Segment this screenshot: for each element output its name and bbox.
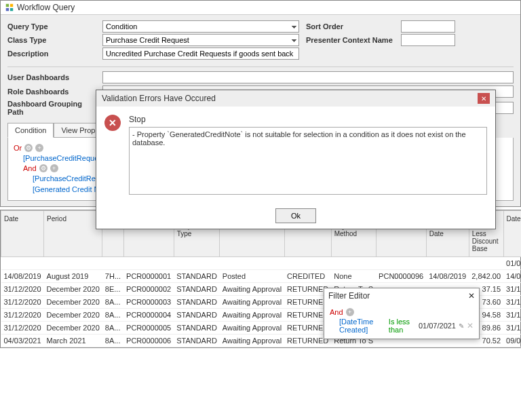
plus-icon[interactable]: + — [346, 308, 354, 316]
cell: December 2020 — [44, 296, 102, 309]
cell: 7H... — [102, 270, 123, 283]
tab-condition[interactable]: Condition — [7, 123, 54, 138]
filter-and[interactable]: And — [330, 308, 343, 316]
cell: 8A... — [102, 335, 123, 347]
cell: 31/12/2020 — [1, 283, 44, 296]
cond-and[interactable]: And — [23, 164, 37, 172]
cell: December 2020 — [44, 283, 102, 296]
cell: STANDARD — [174, 335, 220, 347]
sort-order-label: Sort Order — [306, 22, 394, 31]
cell: PCN0000096 — [376, 270, 426, 283]
cell: 31/12/2020 — [1, 322, 44, 335]
cell: August 2019 — [44, 270, 102, 283]
cell: STANDARD — [174, 296, 220, 309]
cell: PCR0000001 — [123, 270, 174, 283]
modal-title: Validation Errors Have Occured — [102, 94, 216, 103]
cell: 31/12/2020 — [1, 309, 44, 322]
delete-icon[interactable]: ✕ — [467, 321, 474, 330]
cell: 14/08/2019 — [1, 270, 44, 283]
cell: December 2020 — [44, 309, 102, 322]
filter-editor-popup: Filter Editor ✕ And + [DateTime Created]… — [324, 288, 480, 339]
plus-icon[interactable]: + — [35, 144, 43, 152]
cell: PCR0000003 — [123, 296, 174, 309]
sort-order-input[interactable] — [401, 20, 455, 33]
svg-rect-3 — [10, 8, 13, 11]
gear-icon[interactable]: ⚙ — [39, 164, 47, 172]
col-period[interactable]: Period — [44, 211, 102, 257]
cell: Awaiting Approval — [220, 283, 284, 296]
cell: PCR0000005 — [123, 322, 174, 335]
svg-rect-0 — [6, 4, 9, 7]
cell: March 2021 — [44, 335, 102, 347]
cell: PCR0000004 — [123, 309, 174, 322]
cell: 31/12/2020 17:23:48 — [503, 283, 521, 296]
cell: 8A... — [102, 322, 123, 335]
query-type-label: Query Type — [7, 22, 96, 31]
window-title: Workflow Query — [17, 3, 75, 12]
error-icon: ✕ — [104, 115, 121, 131]
filter-datetime-created[interactable]: 01/07/2021 — [503, 257, 521, 270]
query-type-select[interactable]: Condition — [102, 20, 299, 33]
table-row[interactable]: 14/08/2019August 20197H...PCR0000001STAN… — [1, 270, 522, 283]
titlebar: Workflow Query — [1, 1, 520, 15]
pencil-icon[interactable]: ✎ — [459, 322, 464, 330]
user-dash-input[interactable] — [102, 71, 514, 83]
user-dash-label: User Dashboards — [7, 73, 96, 81]
filter-val[interactable]: 01/07/2021 — [419, 322, 456, 330]
modal-message: - Property `GeneratedCreditNote` is not … — [129, 127, 487, 195]
col-datetime-created[interactable]: Date Time Created — [503, 211, 521, 257]
description-input[interactable] — [102, 47, 299, 60]
description-label: Description — [7, 50, 96, 58]
validation-errors-dialog: Validation Errors Have Occured ✕ ✕ Stop … — [96, 90, 496, 229]
cell: STANDARD — [174, 283, 220, 296]
cell: Awaiting Approval — [220, 335, 284, 347]
cell: 14/08/2019 — [426, 270, 469, 283]
cell: 31/12/2020 — [1, 296, 44, 309]
svg-rect-1 — [10, 4, 13, 7]
presenter-label: Presenter Context Name — [306, 36, 394, 44]
cell: STANDARD — [174, 309, 220, 322]
class-type-select[interactable]: Purchase Credit Request — [102, 34, 299, 46]
cell: CREDITED — [284, 270, 331, 283]
cell: None — [331, 270, 376, 283]
cond-or[interactable]: Or — [14, 144, 22, 152]
cell: 2,842.00 — [469, 270, 503, 283]
cell: 8E... — [102, 283, 123, 296]
cell: Awaiting Approval — [220, 322, 284, 335]
cell: STANDARD — [174, 270, 220, 283]
cell: 31/12/2020 20:26:27 — [503, 309, 521, 322]
grouping-label: Dashboard Grouping Path — [7, 100, 96, 116]
close-icon[interactable]: ✕ — [478, 93, 490, 104]
plus-icon[interactable]: + — [50, 164, 58, 172]
filter-field[interactable]: [DateTime Created] — [339, 318, 386, 334]
cell: Posted — [220, 270, 284, 283]
role-dash-label: Role Dashboards — [7, 88, 96, 96]
cell: PCR0000006 — [123, 335, 174, 347]
class-type-label: Class Type — [7, 36, 96, 44]
col-date[interactable]: Date — [1, 211, 44, 257]
app-icon — [5, 3, 14, 12]
cell: Awaiting Approval — [220, 309, 284, 322]
cell: 31/12/2020 23:33:20 — [503, 322, 521, 335]
cell: 09/03/2021 08:18:33 — [503, 335, 521, 347]
cell: December 2020 — [44, 322, 102, 335]
cell: 31/12/2020 20:20:52 — [503, 296, 521, 309]
filter-op[interactable]: Is less than — [389, 318, 416, 334]
cell: 14/08/2019 07:47:51 — [503, 270, 521, 283]
cell: PCR0000002 — [123, 283, 174, 296]
cell: 8A... — [102, 309, 123, 322]
gear-icon[interactable]: ⚙ — [24, 144, 33, 152]
cell: STANDARD — [174, 322, 220, 335]
modal-heading: Stop — [129, 115, 487, 124]
presenter-input[interactable] — [401, 34, 455, 46]
cell: 8A... — [102, 296, 123, 309]
svg-rect-2 — [6, 8, 9, 11]
cell: Awaiting Approval — [220, 296, 284, 309]
cell: 04/03/2021 — [1, 335, 44, 347]
ok-button[interactable]: Ok — [275, 208, 316, 223]
filter-row[interactable]: 01/07/2021 — [1, 257, 522, 270]
close-icon[interactable]: ✕ — [468, 291, 475, 301]
filter-popup-title: Filter Editor — [328, 291, 370, 301]
